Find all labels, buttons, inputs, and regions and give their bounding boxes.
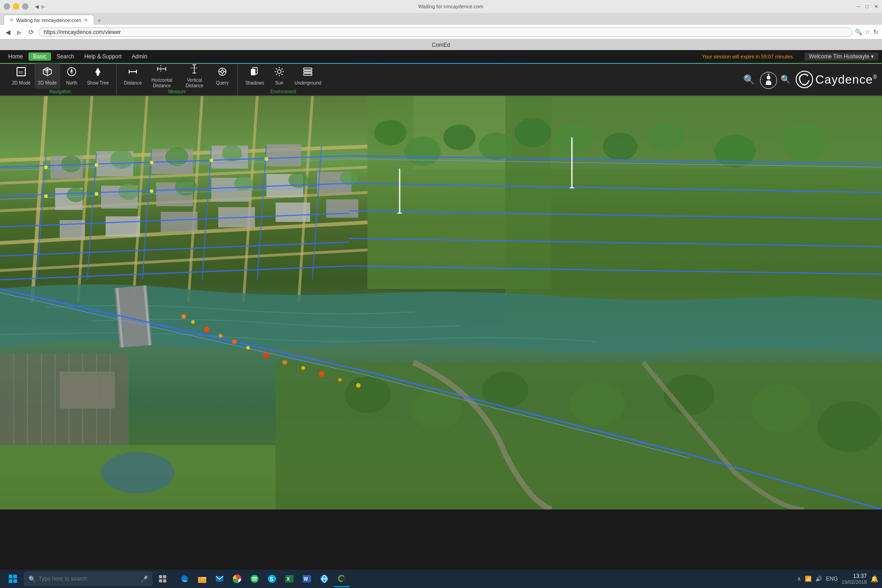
environment-group-label: Environment [271, 89, 296, 94]
star-icon[interactable]: ☆ [865, 28, 871, 35]
reload-button[interactable]: ⟳ [27, 28, 36, 37]
taskbar-chrome-app[interactable] [229, 571, 245, 587]
menu-admin[interactable]: Admin [127, 52, 152, 61]
active-tab[interactable]: ⟳ Waiting for nmcaydence.com ✕ [4, 15, 94, 25]
distance-button[interactable]: Distance [120, 63, 146, 89]
network-icon[interactable]: 📶 [805, 576, 812, 582]
new-tab-button[interactable]: + [97, 17, 101, 25]
horizontal-distance-button[interactable]: Horizontal Distance [146, 63, 178, 89]
taskbar-outlook-app[interactable] [211, 571, 228, 587]
word-icon: W [302, 574, 311, 583]
distance-icon [127, 66, 138, 79]
aerial-background [0, 96, 882, 509]
zoom-out-button[interactable]: 🔍 [780, 74, 791, 85]
query-button[interactable]: Query [211, 63, 234, 89]
search-addr-icon[interactable]: 🔍 [855, 28, 862, 35]
menu-basic[interactable]: Basic [28, 52, 51, 61]
menu-help[interactable]: Help & Support [79, 52, 126, 61]
svg-point-169 [264, 353, 269, 358]
underground-icon [302, 66, 313, 79]
svg-point-163 [181, 314, 186, 319]
caydence-app-icon [337, 574, 346, 583]
file-explorer-icon [198, 574, 207, 583]
tray-arrow-icon[interactable]: ∧ [797, 576, 801, 582]
url-input[interactable] [39, 28, 852, 37]
task-view-icon [158, 575, 167, 583]
back-button[interactable]: ◀ [4, 28, 12, 37]
taskbar-clock[interactable]: 13:37 19/02/2018 [842, 573, 867, 585]
microphone-icon[interactable]: 🎤 [141, 576, 148, 582]
query-icon [217, 66, 228, 79]
show-tree-button[interactable]: Show Tree [83, 63, 113, 89]
sun-button[interactable]: Sun [268, 63, 291, 89]
browser-forward[interactable]: ▶ [41, 4, 45, 10]
chrome-icon [232, 574, 242, 583]
menu-home[interactable]: Home [4, 52, 28, 61]
svg-text:N: N [768, 73, 769, 76]
svg-point-127 [570, 382, 625, 426]
taskbar-word-app[interactable]: W [299, 571, 315, 587]
taskbar-caydence-app[interactable] [334, 571, 350, 587]
svg-point-100 [443, 124, 475, 150]
restore-win[interactable]: □ [865, 4, 869, 10]
shadows-label: Shadows [245, 80, 264, 86]
svg-point-103 [555, 124, 594, 155]
map-viewport[interactable] [0, 96, 882, 509]
edge-icon [180, 574, 189, 583]
vertical-distance-button[interactable]: Vertical Distance [178, 63, 211, 89]
taskbar: 🔍 🎤 [0, 570, 882, 588]
svg-point-98 [374, 120, 407, 146]
address-bar: ◀ ▶ ⟳ 🔍 ☆ ↻ [0, 25, 882, 40]
svg-point-32 [277, 70, 281, 74]
taskbar-ie-app[interactable] [316, 571, 333, 587]
2d-mode-button[interactable]: 2D 2D Mode [8, 63, 34, 89]
distance-label: Distance [124, 80, 142, 86]
caydence-logo: Caydence® [795, 70, 877, 89]
maximize-button[interactable] [22, 3, 28, 10]
svg-rect-180 [13, 575, 17, 578]
taskbar-excel-app[interactable]: X [281, 571, 298, 587]
underground-button[interactable]: Underground [291, 63, 325, 89]
close-button[interactable] [4, 3, 10, 10]
refresh-icon[interactable]: ↻ [873, 28, 878, 35]
3d-mode-icon: 3D [42, 66, 53, 79]
minimize-button[interactable] [13, 3, 19, 10]
spotify-icon [250, 574, 259, 583]
svg-point-99 [404, 136, 441, 166]
zoom-in-button[interactable]: 🔍 [743, 74, 755, 85]
taskbar-search[interactable]: 🔍 🎤 [24, 571, 153, 586]
sound-icon[interactable]: 🔊 [815, 576, 822, 582]
taskbar-app2[interactable]: S [264, 571, 280, 587]
horizontal-distance-label: Horizontal Distance [149, 78, 175, 89]
north-button[interactable]: N North [60, 63, 83, 89]
taskbar-file-explorer-app[interactable] [194, 571, 210, 587]
svg-rect-41 [304, 68, 312, 70]
sun-icon [274, 66, 285, 79]
ie-icon [320, 574, 329, 583]
svg-rect-182 [13, 579, 17, 583]
task-view-button[interactable] [154, 571, 171, 587]
tab-label: Waiting for nmcaydence.com [16, 17, 81, 23]
taskbar-search-input[interactable] [39, 576, 130, 582]
notification-icon[interactable]: 🔔 [871, 575, 878, 582]
tab-close-button[interactable]: ✕ [84, 17, 88, 23]
menu-search[interactable]: Search [52, 52, 79, 61]
close-win[interactable]: ✕ [874, 4, 878, 10]
2d-mode-label: 2D Mode [12, 80, 31, 86]
taskbar-edge-app[interactable] [176, 571, 193, 587]
browser-back[interactable]: ◀ [35, 4, 39, 10]
svg-rect-73 [266, 144, 301, 166]
skype-icon: S [267, 574, 277, 583]
taskbar-spotify-app[interactable] [246, 571, 263, 587]
shadows-button[interactable]: Shadows [242, 63, 268, 89]
svg-point-129 [751, 384, 811, 432]
start-button[interactable] [4, 571, 22, 587]
tab-bar: ⟳ Waiting for nmcaydence.com ✕ + [0, 13, 882, 25]
3d-mode-button[interactable]: 3D 3D Mode [34, 63, 61, 89]
svg-point-158 [209, 158, 213, 162]
title-bar-right: ─ □ ✕ [857, 4, 878, 10]
minimize-win[interactable]: ─ [857, 4, 860, 10]
welcome-message[interactable]: Welcome Tim Hustwayte ▾ [804, 52, 878, 61]
forward-button[interactable]: ▶ [15, 28, 24, 37]
svg-point-90 [67, 187, 85, 202]
